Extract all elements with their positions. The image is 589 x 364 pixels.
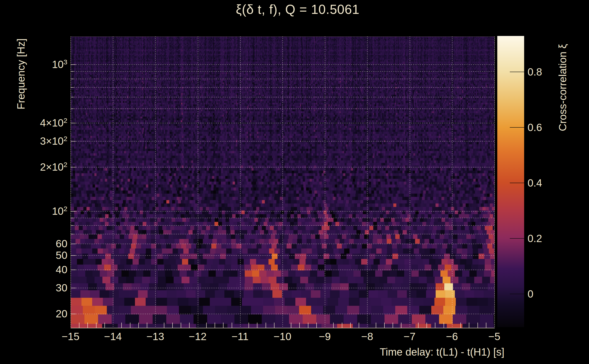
y-minor-tick bbox=[71, 255, 76, 256]
x-tick-label: −10 bbox=[274, 330, 291, 343]
x-minor-tick bbox=[79, 323, 79, 328]
x-minor-tick bbox=[232, 323, 232, 328]
x-minor-tick bbox=[266, 323, 266, 328]
x-minor-tick bbox=[401, 323, 401, 328]
colorbar-tick-label: 0.4 bbox=[528, 177, 542, 189]
x-tick-label: −11 bbox=[231, 330, 249, 343]
x-minor-tick bbox=[478, 323, 478, 328]
y-minor-tick bbox=[71, 167, 76, 168]
x-minor-tick bbox=[316, 323, 317, 328]
y-tick-label: 4×102 bbox=[40, 117, 67, 129]
x-minor-tick bbox=[418, 323, 419, 328]
x-tick-label: −7 bbox=[404, 330, 415, 343]
y-tick-label: 102 bbox=[52, 205, 67, 217]
heatmap-canvas bbox=[71, 37, 495, 328]
x-minor-tick bbox=[435, 323, 435, 328]
x-minor-tick bbox=[460, 323, 461, 328]
y-minor-tick bbox=[71, 225, 74, 226]
y-tick-label: 2×102 bbox=[40, 161, 67, 173]
x-minor-tick bbox=[223, 323, 223, 328]
x-minor-tick bbox=[87, 323, 88, 328]
y-tick-label: 103 bbox=[52, 58, 67, 71]
figure-canvas: ξ(δ t, f), Q = 10.5061 Frequency [Hz] −1… bbox=[0, 0, 589, 364]
plot-area bbox=[71, 36, 495, 328]
x-minor-tick bbox=[130, 323, 131, 328]
colorbar bbox=[497, 36, 524, 327]
x-minor-tick bbox=[308, 323, 308, 328]
x-minor-tick bbox=[172, 323, 173, 328]
x-minor-tick bbox=[469, 323, 469, 328]
y-axis-title: Frequency [Hz] bbox=[15, 39, 27, 110]
y-tick-label: 3×102 bbox=[40, 135, 67, 147]
x-minor-tick bbox=[105, 323, 105, 328]
x-minor-tick bbox=[274, 323, 275, 328]
x-tick-label: −12 bbox=[189, 330, 207, 343]
y-minor-tick bbox=[71, 71, 74, 72]
y-minor-tick bbox=[71, 234, 74, 234]
colorbar-gradient bbox=[497, 36, 524, 327]
x-tick-label: −13 bbox=[146, 330, 164, 343]
y-tick-label: 60 bbox=[56, 238, 67, 250]
y-tick-label: 40 bbox=[56, 263, 67, 276]
x-tick-label: −9 bbox=[319, 330, 331, 343]
x-minor-tick bbox=[426, 323, 427, 328]
y-minor-tick bbox=[71, 218, 74, 218]
chart-title: ξ(δ t, f), Q = 10.5061 bbox=[71, 2, 525, 17]
y-tick-label: 20 bbox=[56, 308, 67, 320]
x-tick-label: −6 bbox=[446, 330, 458, 343]
y-minor-tick bbox=[71, 87, 74, 88]
x-minor-tick bbox=[189, 323, 190, 328]
y-minor-tick bbox=[71, 314, 76, 314]
x-minor-tick bbox=[444, 323, 444, 328]
x-minor-tick bbox=[393, 323, 393, 328]
colorbar-tick bbox=[510, 183, 524, 183]
x-minor-tick bbox=[291, 323, 291, 328]
colorbar-tick bbox=[510, 294, 524, 294]
x-tick-label: −8 bbox=[361, 330, 373, 343]
colorbar-tick-label: 0.6 bbox=[528, 121, 542, 134]
x-minor-tick bbox=[342, 323, 342, 328]
y-minor-tick bbox=[71, 123, 76, 123]
x-minor-tick bbox=[333, 323, 334, 328]
x-minor-tick bbox=[181, 323, 181, 328]
x-minor-tick bbox=[121, 323, 122, 328]
y-minor-tick bbox=[71, 109, 74, 109]
x-minor-tick bbox=[350, 323, 351, 328]
x-tick-label: −14 bbox=[104, 330, 122, 343]
x-minor-tick bbox=[164, 323, 164, 328]
x-minor-tick bbox=[215, 323, 215, 328]
x-minor-tick bbox=[384, 323, 385, 328]
x-minor-tick bbox=[249, 323, 249, 328]
y-tick-label: 30 bbox=[56, 282, 67, 294]
colorbar-tick-label: 0.2 bbox=[528, 232, 542, 245]
y-minor-tick bbox=[71, 141, 76, 142]
x-axis-title: Time delay: t(L1) - t(H1) [s] bbox=[380, 346, 504, 358]
y-minor-tick bbox=[71, 97, 74, 97]
x-minor-tick bbox=[299, 323, 300, 328]
x-minor-tick bbox=[257, 323, 257, 328]
y-minor-tick bbox=[71, 288, 76, 288]
x-minor-tick bbox=[376, 323, 376, 328]
x-tick-label: −15 bbox=[62, 330, 79, 343]
x-minor-tick bbox=[96, 323, 97, 328]
colorbar-tick-label: 0.8 bbox=[528, 66, 542, 78]
y-minor-tick bbox=[71, 64, 76, 65]
x-minor-tick bbox=[359, 323, 359, 328]
y-minor-tick bbox=[71, 211, 76, 212]
x-tick-label: −5 bbox=[488, 330, 500, 343]
y-tick-label: 50 bbox=[56, 249, 67, 261]
y-minor-tick bbox=[71, 244, 76, 244]
x-minor-tick bbox=[138, 323, 139, 328]
colorbar-tick-label: 0 bbox=[528, 288, 533, 300]
x-minor-tick bbox=[147, 323, 147, 328]
y-minor-tick bbox=[71, 270, 76, 270]
colorbar-tick bbox=[510, 238, 524, 239]
x-minor-tick bbox=[206, 323, 207, 328]
colorbar-tick bbox=[510, 72, 524, 72]
y-minor-tick bbox=[71, 79, 74, 79]
x-minor-tick bbox=[486, 323, 486, 328]
colorbar-title: Cross-correlation ξ bbox=[556, 44, 569, 131]
colorbar-tick bbox=[510, 127, 524, 128]
